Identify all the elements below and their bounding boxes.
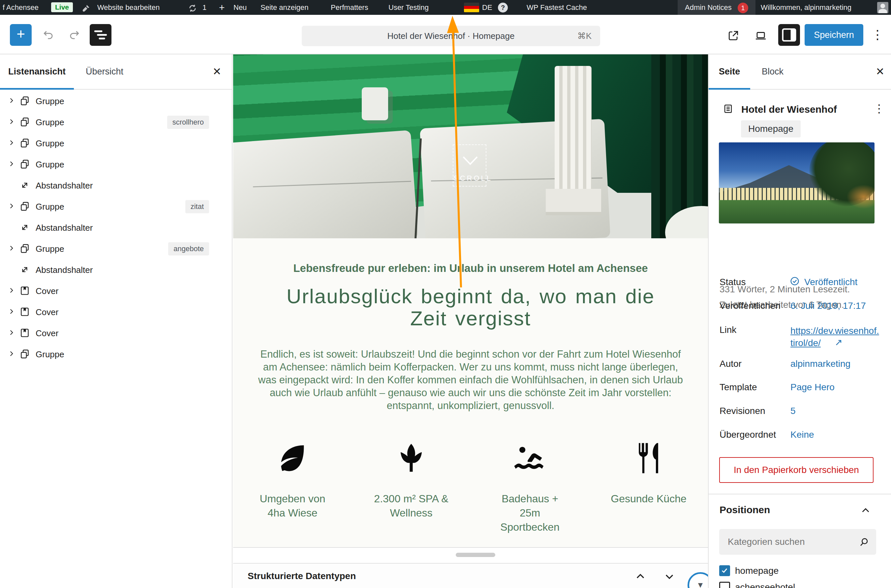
revisions-value[interactable]: 5 xyxy=(790,406,796,416)
admin-notices-item[interactable]: Admin Notices 1 xyxy=(678,0,756,15)
list-item-gruppe[interactable]: Gruppe xyxy=(0,344,233,365)
positions-collapse-icon[interactable] xyxy=(860,505,871,516)
list-item-cover[interactable]: Cover xyxy=(0,302,233,322)
status-value[interactable]: Veröffentlicht xyxy=(804,277,857,287)
category-search-input[interactable] xyxy=(728,529,853,555)
list-item-gruppe[interactable]: Gruppezitat xyxy=(0,196,233,217)
chevron-right-icon[interactable] xyxy=(7,138,16,147)
chevron-right-icon[interactable] xyxy=(7,286,16,295)
admin-bar: f Achensee Live Website bearbeiten 1 + N… xyxy=(0,0,891,15)
list-item-abstandshalter[interactable]: Abstandshalter xyxy=(0,175,233,196)
list-item-gruppe[interactable]: Gruppe xyxy=(0,91,233,112)
panel-up-icon[interactable] xyxy=(635,571,646,582)
command-center[interactable]: Hotel der Wiesenhof · Homepage ⌘K xyxy=(302,26,600,46)
category-achenseehotel[interactable]: achenseehotel xyxy=(719,582,877,588)
close-sidebar-icon[interactable]: ✕ xyxy=(873,65,887,78)
publish-label: Veröffentlichen xyxy=(720,301,781,311)
chevron-right-icon[interactable] xyxy=(7,202,16,210)
swimmer-icon xyxy=(470,440,589,478)
tab-uebersicht[interactable]: Übersicht xyxy=(74,54,135,89)
feature-label: 2.300 m² SPA & Wellness xyxy=(352,492,470,520)
chevron-right-icon[interactable] xyxy=(7,328,16,337)
feature-spa[interactable]: 2.300 m² SPA & Wellness xyxy=(352,440,470,534)
move-to-trash-button[interactable]: In den Papierkorb verschieben xyxy=(719,457,873,483)
tab-listenansicht[interactable]: Listenansicht xyxy=(0,54,74,89)
list-item-gruppe[interactable]: Gruppescrollhero xyxy=(0,112,233,133)
wp-fastest-cache-link[interactable]: WP Fastest Cache xyxy=(527,0,587,15)
list-item-gruppe[interactable]: Gruppe xyxy=(0,154,233,175)
spacer-block-icon xyxy=(19,222,30,233)
options-kebab-icon[interactable]: ⋮ xyxy=(871,27,884,42)
block-inserter-button[interactable]: + xyxy=(10,24,32,46)
parent-value[interactable]: Keine xyxy=(790,429,814,440)
checkbox-unchecked[interactable] xyxy=(719,582,730,588)
drag-handle[interactable] xyxy=(456,553,495,557)
redo-icon[interactable] xyxy=(68,28,80,42)
feature-cuisine[interactable]: Gesunde Küche xyxy=(589,440,708,534)
language-code[interactable]: DE xyxy=(482,0,492,15)
list-item-abstandshalter[interactable]: Abstandshalter xyxy=(0,260,233,280)
admin-bar-site-name[interactable]: f Achensee xyxy=(3,0,39,15)
list-item-cover[interactable]: Cover xyxy=(0,322,233,344)
updates-icon[interactable] xyxy=(188,3,197,12)
tab-block[interactable]: Block xyxy=(750,54,795,89)
block-label: Gruppe xyxy=(36,344,64,365)
group-block-icon xyxy=(19,201,30,212)
block-label: Gruppe xyxy=(36,238,64,260)
feature-pool[interactable]: Badehaus + 25m Sportbecken xyxy=(470,440,589,534)
hero-video-block[interactable]: SCROLL xyxy=(233,54,708,238)
view-page-link[interactable]: Seite anzeigen xyxy=(260,0,309,15)
kicker-heading[interactable]: Lebensfreude pur erleben: im Urlaub in u… xyxy=(233,262,708,274)
chevron-right-icon[interactable] xyxy=(7,117,16,126)
user-testing-link[interactable]: User Testing xyxy=(388,0,429,15)
list-view-button[interactable] xyxy=(90,24,111,46)
list-item-abstandshalter[interactable]: Abstandshalter xyxy=(0,217,233,238)
chevron-right-icon[interactable] xyxy=(7,244,16,252)
list-item-cover[interactable]: Cover xyxy=(0,280,233,302)
list-item-gruppe[interactable]: Gruppe xyxy=(0,133,233,154)
intro-paragraph[interactable]: Endlich, es ist soweit: Urlaubszeit! Und… xyxy=(256,348,685,412)
panel-down-icon[interactable] xyxy=(664,571,675,582)
perfmatters-link[interactable]: Perfmatters xyxy=(331,0,368,15)
checkbox-checked-icon[interactable] xyxy=(719,565,730,576)
feature-meadow[interactable]: Umgeben von 4ha Wiese xyxy=(233,440,352,534)
publish-value[interactable]: 6. Juli 2019, 17:17 xyxy=(790,301,866,311)
chevron-right-icon[interactable] xyxy=(7,350,16,358)
german-flag-icon[interactable] xyxy=(464,3,479,12)
tab-seite[interactable]: Seite xyxy=(709,54,750,89)
avatar[interactable] xyxy=(877,2,888,13)
list-item-gruppe[interactable]: Gruppeangebote xyxy=(0,238,233,260)
group-block-icon xyxy=(19,95,30,106)
close-list-view-icon[interactable]: ✕ xyxy=(210,65,224,78)
block-label: Cover xyxy=(36,280,59,302)
plus-icon[interactable]: + xyxy=(219,0,225,15)
chevron-right-icon[interactable] xyxy=(7,159,16,168)
template-value[interactable]: Page Hero xyxy=(790,382,835,393)
status-label: Status xyxy=(720,277,745,287)
category-search-box xyxy=(719,529,876,555)
search-icon[interactable] xyxy=(858,536,870,548)
external-link-icon[interactable] xyxy=(727,29,740,43)
new-content-link[interactable]: Neu xyxy=(233,0,246,15)
chevron-right-icon[interactable] xyxy=(7,307,16,316)
page-actions-kebab-icon[interactable]: ⋮ xyxy=(873,102,885,115)
author-value[interactable]: alpinmarketing xyxy=(790,358,850,369)
undo-icon[interactable] xyxy=(42,28,55,42)
welcome-user-link[interactable]: Willkommen, alpinmarketing xyxy=(761,0,852,15)
preview-devices-icon[interactable] xyxy=(754,29,767,43)
save-button[interactable]: Speichern xyxy=(805,24,863,46)
settings-sidebar-toggle[interactable] xyxy=(778,24,800,46)
homepage-badge[interactable]: Homepage xyxy=(741,120,801,138)
update-count[interactable]: 1 xyxy=(203,0,206,15)
cover-block-icon xyxy=(19,327,30,339)
anchor-badge: angebote xyxy=(168,242,209,255)
edit-site-link[interactable]: Website bearbeiten xyxy=(97,0,159,15)
featured-image[interactable] xyxy=(719,142,874,224)
help-icon[interactable]: ? xyxy=(498,3,508,12)
environment-live-badge: Live xyxy=(51,2,73,12)
category-homepage[interactable]: homepage xyxy=(719,565,877,579)
chevron-right-icon[interactable] xyxy=(7,96,16,105)
block-label: Gruppe xyxy=(36,91,64,112)
main-headline[interactable]: Urlaubsglück beginnt da, wo man die Zeit… xyxy=(233,285,708,329)
collapse-circle-button[interactable]: ▼ xyxy=(688,572,708,588)
